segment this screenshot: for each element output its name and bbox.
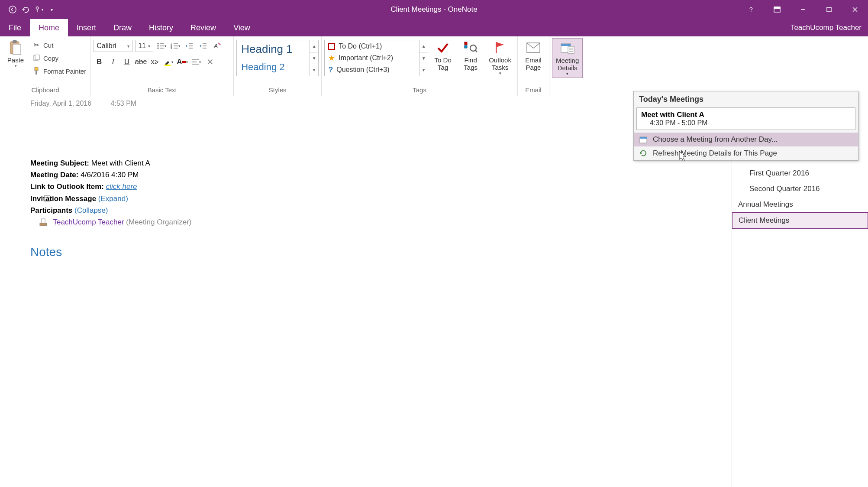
paste-icon bbox=[8, 40, 23, 55]
copy-button[interactable]: Copy bbox=[30, 53, 88, 63]
style-heading1[interactable]: Heading 1 bbox=[237, 40, 318, 58]
clear-formatting-button[interactable]: A bbox=[211, 40, 223, 52]
styles-more[interactable]: ▾ bbox=[310, 64, 318, 76]
svg-point-19 bbox=[158, 48, 159, 49]
subscript-button[interactable]: x2▾ bbox=[149, 56, 160, 68]
tags-scroll-up[interactable]: ▲ bbox=[419, 40, 428, 52]
bold-button[interactable]: B bbox=[94, 56, 105, 68]
svg-rect-52 bbox=[640, 137, 647, 139]
meeting-details-button[interactable]: Meeting Details▾ bbox=[552, 38, 583, 78]
bullets-button[interactable]: ▾ bbox=[156, 40, 167, 52]
tab-insert[interactable]: Insert bbox=[68, 19, 105, 36]
email-page-button[interactable]: Email Page bbox=[520, 38, 546, 73]
tab-file[interactable]: File bbox=[0, 19, 30, 36]
tags-more[interactable]: ▾ bbox=[419, 64, 428, 76]
svg-text:A: A bbox=[213, 42, 218, 49]
svg-rect-9 bbox=[13, 44, 21, 55]
dropdown-meeting-item[interactable]: Meet with Client A 4:30 PM - 5:00 PM bbox=[636, 107, 855, 130]
numbering-button[interactable]: 123▾ bbox=[170, 40, 181, 52]
highlight-button[interactable]: ▾ bbox=[163, 56, 174, 68]
style-heading2[interactable]: Heading 2 bbox=[237, 58, 318, 76]
sidebar-item-client-meetings[interactable]: Client Meetings bbox=[732, 212, 868, 229]
meeting-details-block: Meeting Subject: Meet with Client A Meet… bbox=[30, 157, 732, 228]
meeting-date-value: 4/6/2016 4:30 PM bbox=[81, 171, 139, 179]
indent-button[interactable] bbox=[197, 40, 209, 52]
page-canvas[interactable]: Friday, April 1, 2016 4:53 PM Meeting Su… bbox=[0, 96, 732, 487]
close-button[interactable] bbox=[842, 0, 868, 19]
tag-important[interactable]: ★Important (Ctrl+2) bbox=[325, 52, 428, 64]
flag-icon bbox=[492, 40, 508, 55]
user-name[interactable]: TeachUcomp Teacher bbox=[791, 23, 862, 32]
svg-line-41 bbox=[475, 50, 477, 52]
outlook-link[interactable]: click here bbox=[106, 182, 137, 191]
outdent-button[interactable] bbox=[184, 40, 195, 52]
tab-home[interactable]: Home bbox=[30, 19, 68, 36]
ribbon-display-icon[interactable] bbox=[764, 0, 790, 19]
svg-point-15 bbox=[158, 43, 159, 45]
outlook-tasks-button[interactable]: Outlook Tasks▾ bbox=[485, 38, 515, 77]
todo-tag-button[interactable]: To Do Tag bbox=[430, 38, 456, 73]
tag-question[interactable]: ?Question (Ctrl+3) bbox=[325, 64, 428, 76]
styles-scroll-up[interactable]: ▲ bbox=[310, 40, 318, 52]
menubar: File Home Insert Draw History Review Vie… bbox=[0, 19, 868, 36]
subject-value: Meet with Client A bbox=[91, 159, 150, 167]
svg-point-17 bbox=[158, 45, 159, 47]
format-painter-button[interactable]: Format Painter bbox=[30, 66, 88, 76]
participant-name-link[interactable]: TeachUcomp Teacher bbox=[53, 218, 124, 226]
back-icon[interactable] bbox=[8, 5, 17, 14]
dropdown-choose-another-day[interactable]: Choose a Meeting from Another Day... bbox=[634, 133, 858, 146]
ribbon-group-meetings: Meeting Details▾ bbox=[549, 36, 585, 96]
calendar-details-icon bbox=[560, 40, 575, 56]
ribbon-group-basic-text: Calibri▾ 11▾ ▾ 123▾ A B I U abc x2▾ ▾ A▾… bbox=[91, 36, 234, 96]
sidebar-item-first-quarter[interactable]: First Quarter 2016 bbox=[732, 166, 868, 181]
ribbon-group-clipboard: Paste ▾ ✂Cut Copy Format Painter Clipboa… bbox=[0, 36, 91, 96]
participant-icon bbox=[39, 218, 48, 227]
tab-review[interactable]: Review bbox=[182, 19, 225, 36]
styles-gallery[interactable]: Heading 1 Heading 2 ▲ ▼ ▾ bbox=[236, 40, 319, 76]
tab-draw[interactable]: Draw bbox=[105, 19, 140, 36]
svg-rect-5 bbox=[827, 7, 831, 12]
tab-view[interactable]: View bbox=[225, 19, 259, 36]
page-date-time: Friday, April 1, 2016 4:53 PM bbox=[30, 100, 732, 107]
meeting-date-label: Meeting Date: bbox=[30, 171, 78, 179]
svg-rect-13 bbox=[35, 67, 38, 71]
sidebar-item-annual-meetings[interactable]: Annual Meetings bbox=[732, 197, 868, 212]
tags-scroll-down[interactable]: ▼ bbox=[419, 52, 428, 65]
question-icon: ? bbox=[328, 65, 333, 75]
styles-scroll-down[interactable]: ▼ bbox=[310, 52, 318, 65]
qat-customize-icon[interactable]: ▾ bbox=[47, 5, 56, 14]
copy-icon bbox=[32, 54, 41, 62]
window-title: Client Meetings - OneNote bbox=[390, 5, 477, 14]
find-tags-button[interactable]: Find Tags bbox=[458, 38, 484, 73]
touch-mode-icon[interactable]: ▾ bbox=[34, 5, 43, 14]
tag-todo[interactable]: To Do (Ctrl+1) bbox=[325, 40, 428, 52]
align-button[interactable]: ▾ bbox=[190, 56, 202, 68]
basic-text-group-label: Basic Text bbox=[94, 85, 231, 95]
delete-button[interactable]: ✕ bbox=[204, 56, 216, 68]
svg-rect-50 bbox=[40, 223, 47, 226]
italic-button[interactable]: I bbox=[107, 56, 119, 68]
expand-link[interactable]: (Expand) bbox=[98, 195, 128, 203]
clipboard-group-label: Clipboard bbox=[3, 85, 88, 95]
dropdown-refresh[interactable]: Refresh Meeting Details for This Page bbox=[634, 146, 858, 160]
font-size-combo[interactable]: 11▾ bbox=[135, 40, 153, 52]
collapse-link[interactable]: (Collapse) bbox=[74, 206, 108, 214]
minimize-button[interactable] bbox=[790, 0, 816, 19]
font-combo[interactable]: Calibri▾ bbox=[94, 40, 132, 52]
paste-button[interactable]: Paste ▾ bbox=[3, 38, 29, 70]
underline-button[interactable]: U bbox=[121, 56, 132, 68]
dropdown-meeting-time: 4:30 PM - 5:00 PM bbox=[641, 119, 851, 127]
strikethrough-button[interactable]: abc bbox=[135, 56, 146, 68]
tab-history[interactable]: History bbox=[140, 19, 182, 36]
help-button[interactable]: ? bbox=[738, 0, 764, 19]
sidebar-item-second-quarter[interactable]: Second Quarter 2016 bbox=[732, 181, 868, 197]
cut-button[interactable]: ✂Cut bbox=[30, 40, 88, 50]
svg-rect-3 bbox=[774, 7, 780, 9]
svg-point-0 bbox=[9, 6, 16, 13]
font-color-button[interactable]: A▾ bbox=[177, 56, 188, 68]
expand-toggle-icon[interactable]: + bbox=[44, 195, 50, 201]
styles-group-label: Styles bbox=[236, 85, 319, 95]
maximize-button[interactable] bbox=[816, 0, 842, 19]
tags-gallery[interactable]: To Do (Ctrl+1) ★Important (Ctrl+2) ?Ques… bbox=[324, 40, 428, 76]
undo-icon[interactable] bbox=[21, 5, 30, 14]
